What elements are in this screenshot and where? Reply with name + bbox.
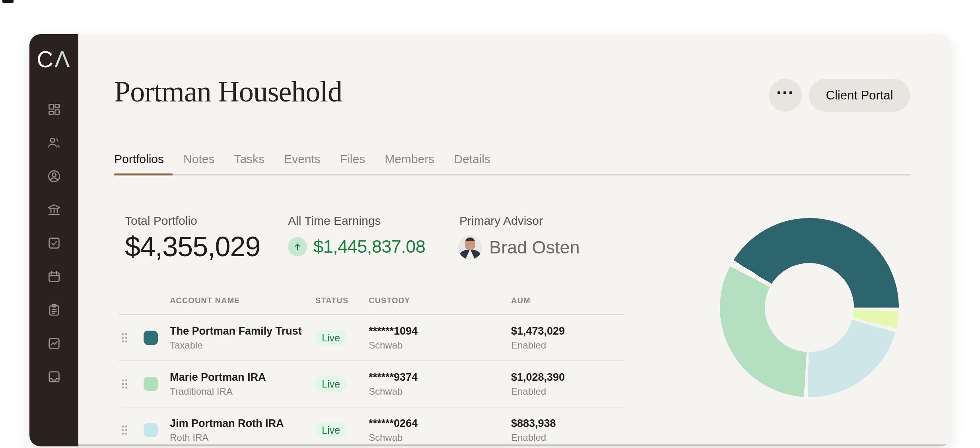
- account-number: ******1094: [369, 325, 418, 337]
- account-type: Traditional IRA: [170, 386, 266, 397]
- account-type: Taxable: [170, 340, 302, 351]
- tab-details[interactable]: Details: [454, 152, 490, 175]
- aum-status: Enabled: [511, 432, 556, 443]
- all-time-earnings-value: $1,445,837.08: [313, 236, 425, 257]
- status-badge: Live: [315, 422, 346, 438]
- sidebar-item-inbox[interactable]: [47, 369, 62, 384]
- calendar-icon: [47, 269, 62, 284]
- sidebar-item-clients[interactable]: [47, 135, 62, 150]
- tab-notes[interactable]: Notes: [183, 152, 214, 175]
- sidebar-item-institution[interactable]: [47, 202, 62, 217]
- sidebar-item-tasks[interactable]: [47, 236, 62, 251]
- custodian-name: Schwab: [369, 432, 418, 443]
- app-logo: CΛ: [29, 48, 78, 71]
- sidebar-item-notes[interactable]: [47, 302, 62, 317]
- aum-value: $1,028,390: [511, 371, 565, 384]
- advisor-name: Brad Osten: [489, 237, 580, 258]
- aum-value: $883,938: [511, 417, 556, 430]
- drag-handle-icon[interactable]: [122, 426, 127, 435]
- drag-handle-icon[interactable]: [122, 333, 127, 343]
- account-color-swatch: [144, 331, 158, 345]
- logo-letter-mark: Λ: [54, 46, 71, 72]
- account-name[interactable]: Marie Portman IRA: [170, 371, 266, 384]
- tab-members[interactable]: Members: [385, 152, 434, 175]
- tab-track: [114, 174, 911, 175]
- custodian-name: Schwab: [369, 340, 418, 351]
- table-row[interactable]: Jim Portman Roth IRA Roth IRA Live *****…: [119, 407, 624, 446]
- sidebar-item-performance[interactable]: [47, 336, 62, 351]
- aum-status: Enabled: [511, 386, 565, 397]
- column-header-status: STATUS: [315, 296, 348, 305]
- chart-line-icon: [47, 336, 62, 351]
- card-bottom-edge: [29, 444, 951, 446]
- accounts-table: ACCOUNT NAME STATUS CUSTODY AUM The Port…: [119, 293, 624, 446]
- tab-portfolios[interactable]: Portfolios: [114, 152, 164, 175]
- table-row[interactable]: Marie Portman IRA Traditional IRA Live *…: [119, 360, 624, 407]
- avatar-shirt: [465, 249, 475, 259]
- allocation-donut-chart: [720, 218, 899, 397]
- primary-advisor-label: Primary Advisor: [459, 214, 543, 228]
- account-color-swatch: [144, 377, 158, 391]
- sidebar-item-dashboard[interactable]: [47, 102, 62, 117]
- avatar-face: [465, 238, 475, 250]
- account-number: ******0264: [369, 417, 418, 430]
- more-button[interactable]: ···: [769, 79, 802, 112]
- users-icon: [47, 135, 62, 150]
- window-chip: [2, 0, 14, 3]
- total-portfolio-value: $4,355,029: [125, 231, 260, 263]
- sidebar: CΛ: [29, 34, 78, 446]
- account-type: Roth IRA: [170, 432, 284, 443]
- app-card: CΛ: [29, 34, 951, 446]
- tab-active-underline: [114, 173, 173, 175]
- all-time-earnings-row: $1,445,837.08: [288, 236, 425, 257]
- check-square-icon: [47, 236, 62, 251]
- account-number: ******9374: [369, 371, 418, 384]
- sidebar-nav: [29, 102, 78, 384]
- advisor-avatar: [458, 236, 482, 259]
- primary-advisor-row: Brad Osten: [458, 236, 580, 259]
- dashboard-icon: [47, 102, 62, 117]
- sidebar-item-calendar[interactable]: [47, 269, 62, 284]
- arrow-up-icon: [292, 242, 303, 252]
- sidebar-item-profile[interactable]: [47, 169, 62, 184]
- custodian-name: Schwab: [369, 386, 418, 397]
- logo-letter-c: C: [37, 46, 54, 72]
- user-circle-icon: [47, 169, 62, 184]
- status-badge: Live: [315, 376, 346, 392]
- aum-status: Enabled: [511, 340, 565, 351]
- account-name[interactable]: The Portman Family Trust: [170, 325, 302, 337]
- all-time-earnings-label: All Time Earnings: [288, 214, 381, 228]
- status-badge: Live: [315, 330, 346, 346]
- account-color-swatch: [144, 423, 158, 437]
- column-header-custody: CUSTODY: [369, 296, 410, 305]
- total-portfolio-label: Total Portfolio: [125, 214, 197, 228]
- bank-icon: [47, 202, 62, 217]
- table-row[interactable]: The Portman Family Trust Taxable Live **…: [119, 314, 624, 360]
- tab-bar: Portfolios Notes Tasks Events Files Memb…: [114, 152, 490, 175]
- drag-handle-icon[interactable]: [122, 380, 127, 389]
- tab-files[interactable]: Files: [340, 152, 365, 175]
- tab-events[interactable]: Events: [284, 152, 321, 175]
- inbox-icon: [47, 369, 62, 384]
- column-header-aum: AUM: [511, 296, 531, 305]
- aum-value: $1,473,029: [511, 325, 565, 337]
- page-title: Portman Household: [114, 76, 342, 108]
- client-portal-button[interactable]: Client Portal: [809, 79, 910, 112]
- account-name[interactable]: Jim Portman Roth IRA: [170, 417, 284, 430]
- table-header: ACCOUNT NAME STATUS CUSTODY AUM: [119, 293, 624, 314]
- earnings-up-badge: [288, 237, 307, 256]
- clipboard-icon: [47, 302, 62, 317]
- tab-tasks[interactable]: Tasks: [234, 152, 264, 175]
- column-header-account-name: ACCOUNT NAME: [170, 296, 240, 305]
